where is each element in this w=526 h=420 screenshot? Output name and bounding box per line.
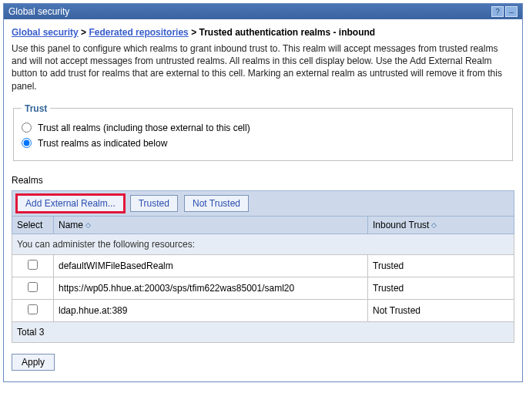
realm-name: defaultWIMFileBasedRealm bbox=[54, 254, 368, 277]
realm-trust: Trusted bbox=[368, 254, 514, 277]
table-subheader-text: You can administer the following resourc… bbox=[12, 234, 514, 254]
table-row: ldap.hhue.at:389 Not Trusted bbox=[12, 299, 514, 321]
breadcrumb: Global security > Federated repositories… bbox=[12, 27, 514, 38]
realms-table: Select Name◇ Inbound Trust◇ You can admi… bbox=[12, 216, 514, 343]
realm-name: https://wp05.hhue.at:20003/sps/tfim622wa… bbox=[54, 277, 368, 299]
sort-icon: ◇ bbox=[85, 223, 91, 227]
breadcrumb-current: Trusted authentication realms - inbound bbox=[199, 27, 375, 38]
panel-content: Global security > Federated repositories… bbox=[4, 19, 522, 381]
col-inbound-label: Inbound Trust bbox=[373, 220, 429, 230]
realms-toolbar: Add External Realm... Trusted Not Truste… bbox=[12, 190, 514, 216]
trusted-button[interactable]: Trusted bbox=[130, 195, 178, 212]
breadcrumb-link-global-security[interactable]: Global security bbox=[12, 27, 79, 38]
radio-trust-indicated[interactable] bbox=[22, 138, 32, 148]
trust-legend: Trust bbox=[22, 103, 50, 114]
col-select: Select bbox=[12, 216, 54, 234]
breadcrumb-link-federated-repositories[interactable]: Federated repositories bbox=[89, 27, 188, 38]
radio-trust-all[interactable] bbox=[22, 123, 32, 133]
trust-option-indicated: Trust realms as indicated below bbox=[22, 136, 504, 151]
add-external-realm-button[interactable]: Add External Realm... bbox=[17, 195, 124, 212]
sort-icon: ◇ bbox=[431, 223, 437, 227]
realms-label: Realms bbox=[12, 175, 514, 186]
titlebar-icons: ? – bbox=[491, 6, 518, 17]
row-select-checkbox[interactable] bbox=[28, 282, 38, 292]
radio-trust-indicated-label: Trust realms as indicated below bbox=[38, 138, 167, 149]
titlebar: Global security ? – bbox=[4, 4, 522, 19]
col-name-label: Name bbox=[59, 220, 83, 230]
col-inbound-trust[interactable]: Inbound Trust◇ bbox=[368, 216, 514, 234]
table-row: https://wp05.hhue.at:20003/sps/tfim622wa… bbox=[12, 277, 514, 299]
row-select-checkbox[interactable] bbox=[28, 304, 38, 314]
realm-trust: Trusted bbox=[368, 277, 514, 299]
radio-trust-all-label: Trust all realms (including those extern… bbox=[38, 123, 250, 133]
trust-fieldset: Trust Trust all realms (including those … bbox=[13, 103, 513, 161]
trust-option-all: Trust all realms (including those extern… bbox=[22, 120, 504, 136]
not-trusted-button[interactable]: Not Trusted bbox=[184, 195, 249, 212]
panel-description: Use this panel to configure which realms… bbox=[12, 42, 514, 92]
help-icon[interactable]: ? bbox=[491, 6, 504, 17]
minimize-icon[interactable]: – bbox=[505, 6, 518, 17]
titlebar-title: Global security bbox=[8, 6, 69, 17]
apply-row: Apply bbox=[12, 354, 514, 371]
col-name[interactable]: Name◇ bbox=[54, 216, 368, 234]
apply-button[interactable]: Apply bbox=[12, 354, 55, 371]
table-footer: Total 3 bbox=[12, 321, 514, 342]
realm-trust: Not Trusted bbox=[368, 299, 514, 321]
panel-global-security: Global security ? – Global security > Fe… bbox=[3, 3, 523, 382]
table-subheader: You can administer the following resourc… bbox=[12, 234, 514, 254]
breadcrumb-sep: > bbox=[191, 27, 196, 38]
table-footer-text: Total 3 bbox=[12, 321, 514, 342]
row-select-checkbox[interactable] bbox=[28, 260, 38, 270]
realm-name: ldap.hhue.at:389 bbox=[54, 299, 368, 321]
table-row: defaultWIMFileBasedRealm Trusted bbox=[12, 254, 514, 277]
breadcrumb-sep: > bbox=[81, 27, 86, 38]
